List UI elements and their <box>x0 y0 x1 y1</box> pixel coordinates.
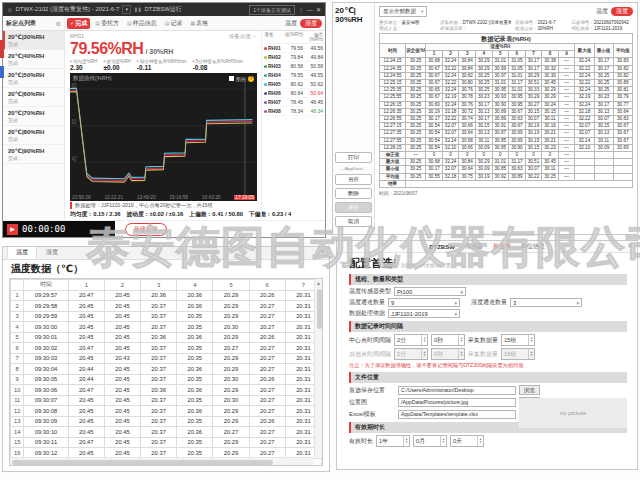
temp-table-row: 509:30:0120.4520.4520.3620.3620.2920.262… <box>11 332 322 343</box>
excel-template-input[interactable]: AppData/Templates/template.xlsx <box>398 410 516 419</box>
tab-temperature[interactable]: 温度 <box>285 19 297 28</box>
play-icon[interactable]: ▶ <box>7 224 18 235</box>
other-interval-label: 其他点时间间隔 <box>349 350 391 359</box>
tab-preferences[interactable]: 首选项 <box>493 242 511 251</box>
help-icon[interactable]: ? <box>248 76 254 82</box>
metric: 均匀度%RH2.30 <box>70 59 97 71</box>
temp-table-row: 609:30:0220.4720.4520.3720.3520.2720.272… <box>11 343 322 354</box>
metrics-row: 均匀度%RH2.30波动度%RH±0.00每分钟变化率%RH/min-0.115… <box>70 59 256 71</box>
pause-icon[interactable]: ❚❚ <box>134 7 142 12</box>
svg-text:60: 60 <box>71 118 76 125</box>
chart-x-axis: 10:56:2812:22:2113:49:2015:16:5916:43:26… <box>70 195 257 201</box>
document-icon: ▤ <box>95 20 100 26</box>
report-data-row: 12:28:1530.2530.5432.1030.6630.0930.8530… <box>380 144 633 151</box>
validity-years-stepper[interactable]: 1年▲▼ <box>376 435 410 447</box>
sidebar-calibration-point[interactable]: 20℃|80%RH完成 <box>3 126 64 145</box>
center-minutes-stepper[interactable]: 2分▲▼ <box>394 334 428 346</box>
save-path-note: …/AppData/… <box>335 166 372 171</box>
temp-data-window: 温度 湿度 ✕ 温度数据（℃） 时间1234567109:29:5720.472… <box>2 246 330 472</box>
save-location-input[interactable]: C:/Users/Administrator/Desktop <box>398 386 516 395</box>
report-data-row: 12:26:1530.2530.6032.2430.7630.1730.9030… <box>380 101 633 108</box>
sidebar-calibration-point[interactable]: 20℃|60%RH完成 <box>3 88 64 107</box>
scroll-up-icon[interactable]: ▲ <box>315 279 322 287</box>
horizontal-scroll-thumb[interactable] <box>12 460 273 465</box>
picture-location-label: 位置图 <box>349 398 395 407</box>
sidebar-calibration-point[interactable]: 20℃|30%RH完成 <box>3 31 64 50</box>
sidebar-calibration-point[interactable]: 20℃|50%RH完成 <box>3 69 64 88</box>
sidebar-calibration-point[interactable]: 20℃|90%RH完成 <box>3 145 64 164</box>
tab-humidity[interactable]: 湿度 <box>37 246 67 259</box>
temp-table-row: 1009:30:0620.4720.4520.3620.3620.2920.27… <box>11 385 322 396</box>
delete-button[interactable]: 删除 <box>335 188 372 199</box>
tab-unit-info[interactable]: 单位信息 <box>521 242 545 251</box>
temp-table-row: 1509:30:1120.4720.4520.3720.3520.2920.27… <box>11 437 322 448</box>
channel-color-dot <box>264 83 267 86</box>
print-button[interactable]: 打印 <box>335 152 372 163</box>
browse-save-button[interactable]: 浏览 <box>519 385 540 395</box>
chevron-down-icon: ▾ <box>421 9 423 14</box>
chevron-down-icon[interactable]: ▾ <box>122 5 131 14</box>
view-all-data-select[interactable]: 显示全部数据▾ <box>379 6 427 17</box>
tab-temperature[interactable]: 温度 <box>7 246 37 259</box>
close-icon[interactable]: ✕ <box>320 248 326 256</box>
record-button[interactable]: ▤记录 <box>162 18 186 29</box>
page-subtitle: 创建样品时的默认设置 <box>401 262 451 268</box>
save-as-button[interactable]: 另存 <box>335 174 372 185</box>
gear-icon[interactable]: ⚙ <box>56 20 61 27</box>
table-button[interactable]: ▦表格 <box>187 18 211 29</box>
tab-sensors[interactable]: 传感器 <box>465 242 483 251</box>
report-summary-row: 平均值30.2530.5532.1830.7530.1930.9230.8930… <box>380 173 633 180</box>
channel-table-header: 通道 值(%RH) 偏差(%RH) <box>262 31 325 44</box>
star-icon[interactable]: ☆ <box>7 6 12 13</box>
channel-row: RH0878.3448.34 <box>262 107 325 116</box>
humi-channel-count-select[interactable]: 3▾ <box>510 298 582 307</box>
document-icon: ▤ <box>127 20 132 26</box>
report-window: 20℃| 30%RH 打印 …/AppData/… 另存 删除 保存 取消 显示… <box>332 2 638 235</box>
sidebar-calibration-point[interactable]: 20℃|40%RH完成 <box>3 50 64 69</box>
sample-info-button[interactable]: ▤样品信息 <box>124 18 160 29</box>
center-seconds-stepper[interactable]: 0秒▲▼ <box>431 334 465 346</box>
x-tick-label: 12:22:21 <box>104 195 123 200</box>
sensor-type-select[interactable]: Pt100▾ <box>394 287 466 296</box>
validity-days-stepper[interactable]: 0天▲▼ <box>450 435 484 447</box>
temp-table-row: 209:29:5820.4520.4520.3720.3620.2920.272… <box>11 301 322 312</box>
close-icon[interactable]: ✕ <box>316 6 321 13</box>
channel-color-dot <box>264 92 267 95</box>
channel-panel: 通道 值(%RH) 偏差(%RH) RH0179.5649.56RH0279.8… <box>261 31 325 220</box>
statistics-line: 均匀度：0.15 / 2.36 波动度：±0.02 / ±0.16 上偏差：0.… <box>70 210 256 219</box>
tab-dtzbsw[interactable]: DTZBSW <box>429 244 455 250</box>
client-button[interactable]: ▤委托方 <box>92 18 122 29</box>
setpoint-value: / 30%RH <box>145 48 173 55</box>
excel-template-label: Excel模板 <box>349 410 395 419</box>
minimize-icon[interactable]: — <box>307 7 313 13</box>
chart-title: 数据曲线(%RH) <box>73 75 112 82</box>
done-button[interactable]: ✓ 完成 <box>67 18 90 29</box>
calibration-point-label: 20℃| 30%RH <box>335 6 372 24</box>
channel-color-dot <box>264 101 267 104</box>
vertical-scroll-thumb[interactable] <box>317 289 322 329</box>
tab-humidity[interactable]: 湿度 <box>611 7 633 16</box>
tab-humidity[interactable]: 湿度 <box>300 19 322 28</box>
new-record-button[interactable]: 新建记录 <box>125 223 167 236</box>
data-basis-select[interactable]: JJF1101-2019▾ <box>388 309 460 318</box>
cancel-button[interactable]: 取消 <box>335 216 372 227</box>
channel-color-dot <box>264 47 267 50</box>
tab-temperature[interactable]: 温度 <box>596 7 608 16</box>
grid-icon: ▦ <box>190 20 195 26</box>
picture-location-input[interactable]: /AppData/Pictures/picture.jpg <box>398 398 516 407</box>
vertical-scrollbar[interactable]: ▲ <box>314 279 322 457</box>
report-summary-row: 最大值30.2530.6832.2430.8430.2931.0131.1730… <box>380 159 633 166</box>
channel-row: RH0479.5549.55 <box>262 71 325 80</box>
sidebar-calibration-point[interactable]: 20℃|70%RH完成 <box>3 107 64 126</box>
validity-months-stepper[interactable]: 0月▲▼ <box>413 435 447 447</box>
other-sample-count-label: 采集数据量 <box>468 350 498 359</box>
horizontal-scrollbar[interactable] <box>10 457 314 465</box>
metric: 5分钟变化率%RH/5min-0.08 <box>193 59 243 71</box>
close-icon[interactable]: ✕ <box>627 242 633 250</box>
temp-table-row: 1409:30:1020.4520.4520.3720.3620.2720.27… <box>11 427 322 438</box>
more-icon[interactable]: ⋮ <box>298 6 304 13</box>
legend-checkbox[interactable] <box>229 76 234 81</box>
channel-row: RH0179.5649.56 <box>262 44 325 53</box>
sample-count-stepper[interactable]: 15组▲▼ <box>501 334 535 346</box>
temp-channel-count-select[interactable]: 9▾ <box>388 298 460 307</box>
